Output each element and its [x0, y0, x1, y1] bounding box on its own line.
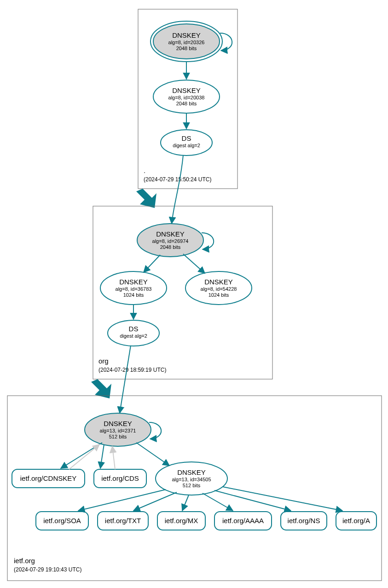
zone-org-name: org — [98, 357, 109, 365]
node-ietf-aaaa: ietf.org/AAAA — [214, 512, 272, 530]
edge — [61, 443, 102, 468]
node-label: ietf.org/AAAA — [222, 517, 264, 525]
node-sub: 2048 bits — [176, 101, 197, 106]
edge — [100, 444, 104, 468]
node-label: ietf.org/CDNSKEY — [20, 474, 77, 482]
node-sub: 1024 bits — [208, 292, 229, 298]
node-sub: alg=13, id=34505 — [172, 477, 211, 482]
node-sub: alg=8, id=20038 — [168, 95, 205, 100]
node-ietf-soa: ietf.org/SOA — [36, 512, 88, 530]
node-ietf-ksk: DNSKEY alg=13, id=2371 512 bits — [85, 413, 151, 446]
node-label: DNSKEY — [177, 468, 206, 476]
node-label: ietf.org/CDS — [101, 474, 139, 482]
node-ietf-txt: ietf.org/TXT — [98, 512, 148, 530]
edge-self-loop — [220, 33, 232, 51]
node-label: DNSKEY — [119, 278, 148, 286]
node-sub: alg=8, id=26974 — [152, 238, 189, 244]
edge — [223, 487, 342, 511]
node-sub: digest alg=2 — [173, 143, 200, 148]
node-label: DNSKEY — [204, 278, 233, 286]
zone-root-timestamp: (2024-07-29 15:50:24 UTC) — [144, 176, 211, 183]
node-sub: alg=13, id=2371 — [100, 428, 136, 433]
node-sub: alg=8, id=54228 — [201, 286, 237, 292]
node-label: ietf.org/SOA — [43, 517, 81, 525]
edge — [182, 495, 189, 511]
node-org-zsk-36783: DNSKEY alg=8, id=36783 1024 bits — [100, 271, 167, 305]
node-ietf-cdnskey: ietf.org/CDNSKEY — [12, 469, 85, 488]
node-sub: 1024 bits — [123, 292, 144, 298]
node-org-ds: DS digest alg=2 — [108, 320, 159, 346]
node-sub: digest alg=2 — [120, 333, 147, 339]
node-ietf-zsk: DNSKEY alg=13, id=34505 512 bits — [156, 462, 227, 495]
node-label: ietf.org/TXT — [105, 517, 141, 525]
zone-ietf: ietf.org (2024-07-29 19:10:43 UTC) DNSKE… — [7, 346, 382, 581]
node-sub: 512 bits — [183, 483, 201, 488]
zone-root-name: . — [144, 167, 145, 174]
edge-provides — [112, 446, 115, 469]
edge — [144, 255, 160, 272]
node-ietf-cds: ietf.org/CDS — [94, 469, 146, 488]
node-ietf-mx: ietf.org/MX — [157, 512, 205, 530]
node-label: DNSKEY — [104, 420, 132, 427]
edge — [136, 443, 169, 466]
node-label: ietf.org/NS — [288, 517, 320, 525]
node-sub: 512 bits — [109, 434, 127, 439]
edge — [78, 490, 166, 511]
edge — [203, 493, 233, 511]
node-sub: alg=8, id=36783 — [116, 286, 152, 292]
node-org-zsk-54228: DNSKEY alg=8, id=54228 1024 bits — [185, 271, 252, 305]
zone-delegation-arrow — [136, 189, 156, 208]
node-root-ksk: DNSKEY alg=8, id=20326 2048 bits — [151, 21, 222, 62]
edge-delegation — [172, 155, 183, 224]
node-root-zsk: DNSKEY alg=8, id=20038 2048 bits — [153, 80, 220, 113]
zone-org-timestamp: (2024-07-29 18:59:19 UTC) — [98, 367, 166, 373]
edge — [183, 254, 205, 273]
zone-ietf-timestamp: (2024-07-29 19:10:43 UTC) — [14, 566, 81, 573]
node-label: ietf.org/MX — [165, 517, 198, 525]
zone-ietf-name: ietf.org — [14, 557, 35, 565]
node-label: DNSKEY — [156, 230, 185, 238]
edge — [133, 492, 177, 511]
edge — [214, 490, 291, 511]
node-label: DS — [182, 134, 191, 142]
node-ietf-a: ietf.org/A — [336, 512, 376, 530]
node-sub: alg=8, id=20326 — [168, 40, 205, 45]
node-sub: 2048 bits — [176, 46, 197, 51]
node-label: DS — [129, 325, 139, 333]
node-org-ksk: DNSKEY alg=8, id=26974 2048 bits — [137, 224, 203, 257]
node-label: DNSKEY — [172, 86, 201, 94]
node-ietf-ns: ietf.org/NS — [281, 512, 327, 530]
node-label: ietf.org/A — [342, 517, 370, 525]
node-label: DNSKEY — [172, 31, 201, 39]
dnssec-chain-diagram: . (2024-07-29 15:50:24 UTC) DNSKEY alg=8… — [0, 0, 388, 588]
node-sub: 2048 bits — [160, 244, 181, 250]
edge-provides — [69, 444, 99, 469]
zone-root: . (2024-07-29 15:50:24 UTC) DNSKEY alg=8… — [138, 9, 237, 189]
node-root-ds: DS digest alg=2 — [161, 130, 212, 156]
